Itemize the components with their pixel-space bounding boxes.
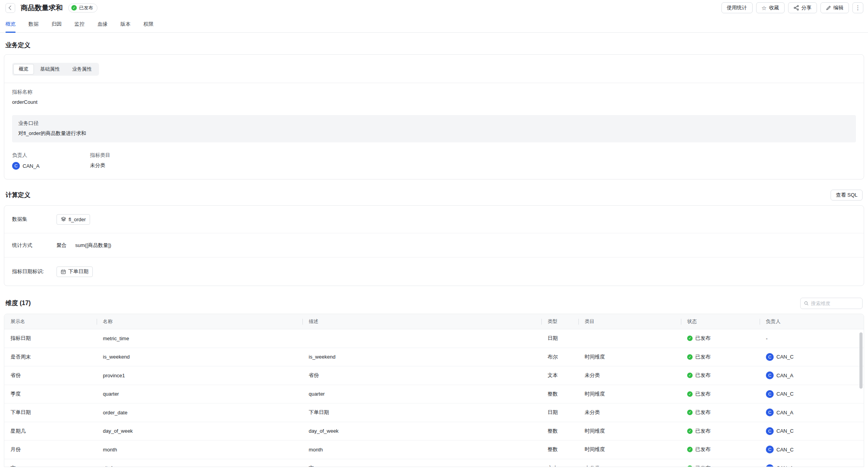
usage-stats-button[interactable]: 使用统计	[721, 2, 753, 13]
dataset-label: 数据集	[12, 216, 57, 223]
category-label: 指标类目	[90, 152, 110, 159]
dimension-search[interactable]	[800, 298, 863, 309]
cell-name: month	[97, 447, 302, 453]
sub-tab-basic-attrs[interactable]: 基础属性	[34, 64, 66, 75]
chevron-left-icon	[9, 5, 13, 10]
cell-type: 文本	[541, 372, 578, 379]
table-scrollbar[interactable]	[859, 332, 863, 389]
share-label: 分享	[801, 4, 811, 11]
col-owner: 负责人	[760, 314, 864, 329]
cell-status: ✓已发布	[681, 428, 760, 435]
cell-description: is_weekend	[302, 354, 541, 360]
calc-definition-card: 数据集 fl_order 统计方式 聚合 sum([商品数量]) 指标日期标识:	[4, 205, 864, 286]
table-row: 下单日期order_date下单日期日期未分类✓已发布CCAN_A	[4, 403, 864, 422]
header-actions: 使用统计 ☆ 收藏 分享 编辑 ⋮	[721, 2, 863, 13]
tab-attribution[interactable]: 归因	[51, 21, 62, 32]
tab-versions[interactable]: 版本	[120, 21, 131, 32]
cell-name: metric_time	[97, 336, 302, 341]
cell-status: ✓已发布	[681, 353, 760, 361]
col-display-name: 展示名	[4, 314, 97, 329]
search-input[interactable]	[811, 301, 859, 306]
cell-display-name: 省份	[4, 372, 97, 379]
cell-description: day_of_week	[302, 428, 541, 434]
metric-date-chip[interactable]: 下单日期	[57, 266, 93, 277]
cell-type: 日期	[541, 335, 578, 342]
cell-category: 时间维度	[578, 391, 681, 398]
owner-name: -	[766, 336, 767, 341]
cell-display-name: 是否周末	[4, 353, 97, 361]
back-button[interactable]	[5, 3, 15, 13]
owner-name: CAN_C	[776, 391, 794, 397]
cell-description: month	[302, 447, 541, 453]
caliber-text: 对fl_order的商品数量进行求和	[18, 130, 850, 137]
sub-tab-business-attrs[interactable]: 业务属性	[66, 64, 98, 75]
tab-lineage[interactable]: 血缘	[97, 21, 108, 32]
stat-method-label: 统计方式	[12, 242, 57, 249]
cell-type: 整数	[541, 428, 578, 435]
cell-status: ✓已发布	[681, 409, 760, 416]
cell-owner: -	[760, 336, 864, 341]
col-name: 名称	[97, 314, 302, 329]
cell-display-name: 星期几	[4, 428, 97, 435]
category-value: 未分类	[90, 162, 105, 169]
cell-category: 未分类	[578, 372, 681, 379]
check-icon: ✓	[687, 428, 693, 434]
calendar-icon	[61, 269, 66, 274]
cell-status: ✓已发布	[681, 465, 760, 467]
stat-method-value: 聚合	[57, 242, 67, 249]
dataset-chip[interactable]: fl_order	[57, 214, 90, 225]
share-icon	[794, 5, 799, 11]
cell-owner: CCAN_C	[760, 353, 864, 361]
cell-category: 时间维度	[578, 353, 681, 361]
status-text: 已发布	[695, 446, 711, 453]
check-icon: ✓	[687, 447, 693, 452]
tab-monitoring[interactable]: 监控	[74, 21, 85, 32]
check-icon: ✓	[687, 336, 693, 341]
sub-tab-group: 概览 基础属性 业务属性	[12, 63, 99, 76]
owner-name: CAN_A	[776, 410, 793, 416]
sub-tab-overview[interactable]: 概览	[13, 64, 34, 75]
business-definition-card: 概览 基础属性 业务属性 指标名称 orderCount 业务口径 对fl_or…	[4, 54, 864, 179]
status-text: 已发布	[695, 391, 711, 398]
view-sql-button[interactable]: 查看 SQL	[831, 190, 863, 201]
table-row: 星期几day_of_weekday_of_week整数时间维度✓已发布CCAN_…	[4, 422, 864, 441]
cell-type: 整数	[541, 391, 578, 398]
dataset-name: fl_order	[69, 217, 86, 222]
dimension-table-body: 指标日期metric_time日期✓已发布-是否周末is_weekendis_w…	[4, 329, 864, 467]
share-button[interactable]: 分享	[788, 2, 817, 13]
owner-name: CAN_A	[776, 465, 793, 467]
cell-type: 整数	[541, 446, 578, 453]
cell-description: quarter	[302, 391, 541, 397]
more-button[interactable]: ⋮	[852, 2, 863, 13]
caliber-label: 业务口径	[18, 120, 850, 127]
tab-overview[interactable]: 概览	[5, 21, 16, 32]
table-row: 季度quarterquarter整数时间维度✓已发布CCAN_C	[4, 385, 864, 404]
page-title: 商品数量求和	[21, 3, 63, 12]
cell-owner: CCAN_A	[760, 371, 864, 379]
cell-status: ✓已发布	[681, 335, 760, 342]
edit-button[interactable]: 编辑	[820, 2, 849, 13]
business-definition-title: 业务定义	[5, 41, 863, 50]
cell-owner: CCAN_A	[760, 409, 864, 416]
tab-permissions[interactable]: 权限	[143, 21, 154, 32]
favorite-label: 收藏	[769, 4, 779, 11]
check-icon: ✓	[71, 5, 77, 11]
tab-data[interactable]: 数据	[28, 21, 39, 32]
cell-display-name: 市	[4, 465, 97, 467]
cell-name: day_of_week	[97, 428, 302, 434]
favorite-button[interactable]: ☆ 收藏	[756, 2, 785, 13]
avatar: C	[766, 446, 774, 453]
cell-category: 时间维度	[578, 428, 681, 435]
cell-type: 布尔	[541, 353, 578, 361]
dimension-table: 展示名 名称 描述 类型 类目 状态 负责人 指标日期metric_time日期…	[4, 314, 864, 467]
owner-name: CAN_C	[776, 354, 794, 360]
check-icon: ✓	[687, 465, 693, 467]
app-header: 商品数量求和 ✓ 已发布 使用统计 ☆ 收藏 分享 编辑 ⋮	[0, 0, 868, 16]
check-icon: ✓	[687, 391, 693, 397]
metric-name-label: 指标名称	[12, 89, 856, 96]
cell-description: 下单日期	[302, 409, 541, 416]
table-row: 市city1市文本未分类✓已发布CCAN_A	[4, 459, 864, 467]
metric-date-value: 下单日期	[68, 268, 88, 275]
status-text: 已发布	[695, 409, 711, 416]
cell-display-name: 月份	[4, 446, 97, 453]
